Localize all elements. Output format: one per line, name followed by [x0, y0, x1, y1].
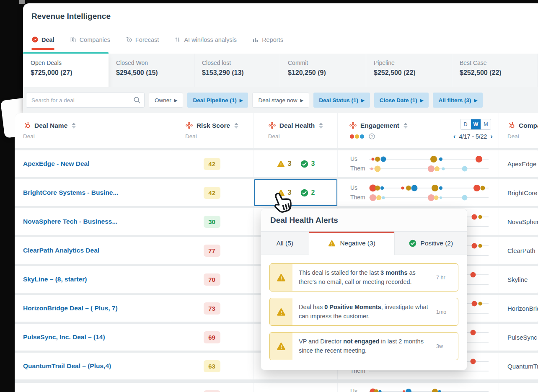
deal-name-link[interactable]: PulseSync, Inc. Deal – (14)	[15, 324, 170, 351]
summary-tile-best-case[interactable]: Best Case$252,500 (22)	[452, 54, 538, 87]
date-range-label: 4/17 - 5/22	[459, 133, 487, 140]
period-toggle-m[interactable]: M	[481, 119, 491, 129]
popover-tabs: All (5)Negative (3)Positive (2)	[261, 232, 467, 255]
sort-arrows-icon[interactable]	[404, 123, 408, 129]
summary-tile-closed-won[interactable]: Closed Won$294,500 (15)	[109, 54, 194, 87]
engagement-dot	[471, 214, 477, 220]
deal-name-link[interactable]: QuantumTrail Deal – (Plus,4)	[15, 353, 170, 379]
popover-tab-positive-2-[interactable]: Positive (2)	[395, 232, 467, 255]
column-label: Risk Score	[197, 122, 230, 129]
filter-chip-owner[interactable]: Owner▶	[149, 93, 183, 108]
nav-tab-deal[interactable]: Deal	[31, 36, 54, 43]
alert-card: VP and Director not engaged in last 2 mo…	[269, 332, 458, 360]
main-nav-tabs: DealCompaniesForecastAI win/loss analysi…	[31, 36, 283, 43]
nav-tab-ai-win-loss-analysis[interactable]: AI win/loss analysis	[174, 36, 237, 43]
summary-tile-closed-lost[interactable]: Closed lost$153,290 (13)	[194, 54, 280, 87]
nav-tab-forecast[interactable]: Forecast	[125, 36, 159, 43]
engagement-them-line: Them	[338, 164, 499, 173]
company-cell: QuantumTrail	[499, 353, 538, 379]
next-date-icon[interactable]: ›	[490, 133, 493, 140]
deal-name-text: ApexEdge - New Deal	[23, 160, 90, 168]
prev-date-icon[interactable]: ‹	[453, 133, 456, 140]
popover-tab-negative-3-[interactable]: Negative (3)	[309, 232, 395, 255]
engagement-dot	[381, 157, 386, 162]
deal-name-link[interactable]: NovaSphere Tech - Business...	[15, 208, 170, 235]
period-toggle-d[interactable]: D	[460, 119, 471, 129]
engagement-dot	[411, 185, 418, 191]
alert-stripe	[270, 264, 292, 291]
property-flower-icon	[349, 121, 357, 129]
deal-name-link[interactable]: ClearPath Analytics Deal	[15, 237, 170, 264]
engagement-dot	[430, 156, 437, 162]
summary-tile-label: Open Deals	[31, 59, 101, 66]
engagement-us-line: Us	[338, 183, 499, 193]
column-header-engagement[interactable]: Engagement ? DWM ‹ 4/17 - 5/22 ›	[337, 113, 499, 148]
deal-name-link[interactable]	[15, 383, 170, 392]
filter-chip-deal-status-1-[interactable]: Deal Status (1)▶	[313, 93, 370, 108]
search-input[interactable]	[26, 93, 145, 108]
deal-health-cell[interactable]: 33	[253, 150, 337, 177]
nav-tab-companies[interactable]: Companies	[70, 36, 110, 43]
engagement-dot	[428, 165, 435, 172]
engagement-dot	[438, 390, 441, 392]
negative-alerts-group[interactable]: 3	[277, 160, 292, 168]
reports-icon	[252, 36, 259, 43]
summary-tile-pipeline[interactable]: Pipeline$252,500 (22)	[366, 54, 452, 87]
filter-chip-close-date-1-[interactable]: Close Date (1)▶	[374, 93, 429, 108]
alert-timestamp: 3w	[436, 333, 458, 360]
alert-card: Deal has 0 Positive Moments, investigate…	[269, 298, 458, 326]
positive-alerts-group[interactable]: 3	[300, 160, 315, 168]
filter-chip-label: Deal stage now	[258, 97, 297, 103]
popover-tab-all-5-[interactable]: All (5)	[261, 232, 309, 255]
deal-health-cell[interactable]	[253, 383, 337, 392]
column-header-company[interactable]: Company Deal	[499, 113, 538, 148]
svg-text:?: ?	[371, 134, 373, 139]
deal-name-link[interactable]: SkyLine – (8, starter)	[15, 266, 170, 293]
sort-arrows-icon[interactable]	[234, 123, 238, 129]
engagement-them-label: Them	[350, 165, 365, 172]
sort-arrows-icon[interactable]	[319, 123, 323, 129]
risk-score-badge	[204, 390, 220, 392]
deal-health-cell[interactable]: 32	[253, 179, 337, 206]
engagement-dot	[479, 215, 482, 219]
engagement-dot	[432, 389, 438, 392]
engagement-us-line: Us	[338, 154, 499, 164]
popover-title: Deal Health Alerts	[261, 209, 467, 232]
period-toggle-w[interactable]: W	[471, 119, 481, 129]
company-cell	[499, 383, 538, 392]
column-header-risk-score[interactable]: Risk Score Deal	[170, 113, 253, 148]
column-header-deal-health[interactable]: Deal Health Deal	[253, 113, 337, 148]
summary-tile-label: Closed lost	[202, 59, 272, 66]
nav-tab-label: Reports	[262, 36, 283, 43]
column-header-deal-name[interactable]: Deal Name Deal	[15, 113, 170, 148]
risk-score-cell: 70	[170, 266, 253, 293]
risk-score-cell: 77	[170, 237, 253, 264]
risk-score-badge: 77	[204, 245, 220, 257]
engagement-dot	[439, 157, 442, 161]
filter-chip-deal-pipeline-1-[interactable]: Deal Pipeline (1)▶	[187, 93, 248, 108]
nav-tab-label: Deal	[41, 36, 54, 43]
engagement-dot	[462, 195, 468, 201]
summary-tile-open-deals[interactable]: Open Deals$725,000 (27)	[23, 54, 109, 87]
filter-chip-deal-stage-now[interactable]: Deal stage now▶	[252, 93, 309, 108]
positive-alerts-group[interactable]: 2	[300, 188, 315, 197]
popover-alert-list: This deal is stalled for the last 3 mont…	[261, 255, 467, 360]
filter-chip-all-filters-3-[interactable]: All filters (3)▶	[433, 93, 483, 108]
summary-tile-label: Best Case	[460, 59, 530, 66]
engagement-dot	[432, 185, 438, 191]
engagement-dot	[370, 168, 373, 170]
header-card: Revenue Intelligence DealCompaniesForeca…	[23, 3, 538, 113]
company-name: Skyline	[507, 276, 528, 283]
summary-tile-label: Closed Won	[116, 59, 186, 66]
deal-name-link[interactable]: BrightCore Systems - Busine...	[15, 179, 170, 206]
summary-tile-commit[interactable]: Commit$120,250 (9)	[280, 54, 366, 87]
negative-alerts-group[interactable]: 3	[277, 188, 292, 197]
deal-name-link[interactable]: HorizonBridge Deal – ( Plus, 7)	[15, 295, 170, 322]
deal-name-link[interactable]: ApexEdge - New Deal	[15, 150, 170, 177]
nav-tab-reports[interactable]: Reports	[252, 36, 283, 43]
risk-score-cell: 30	[170, 208, 253, 235]
engagement-timeline	[369, 387, 489, 392]
company-name: NovaSphere	[507, 218, 538, 225]
legend-dot	[355, 134, 359, 139]
sort-arrows-icon[interactable]	[72, 123, 76, 129]
